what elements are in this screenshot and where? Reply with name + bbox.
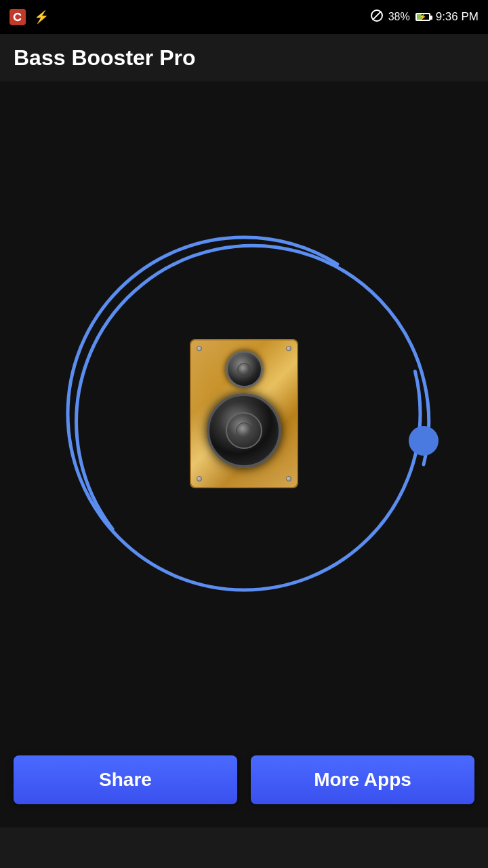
status-right-icons: 38% ⚡ 9:36 PM <box>371 9 479 24</box>
woofer-driver <box>207 393 281 468</box>
app-title: Bass Booster Pro <box>14 45 196 71</box>
battery-percent: 38% <box>388 11 410 23</box>
share-button[interactable]: Share <box>14 755 237 804</box>
status-bar: ⚡ 38% ⚡ 9:36 PM <box>0 0 488 34</box>
battery-icon: ⚡ <box>415 13 430 21</box>
knob-area[interactable] <box>0 81 488 746</box>
circle-container[interactable] <box>41 210 447 617</box>
speaker-graphic <box>190 339 298 488</box>
usb-icon: ⚡ <box>34 9 49 24</box>
bottom-buttons: Share More Apps <box>0 746 488 814</box>
no-disturb-icon <box>371 9 383 24</box>
app-notification-icon <box>9 9 26 25</box>
status-left-icons: ⚡ <box>9 9 49 25</box>
tweeter-driver <box>226 351 263 388</box>
main-content: Share More Apps <box>0 81 488 827</box>
svg-point-1 <box>409 426 439 456</box>
speaker-image <box>183 329 305 498</box>
title-bar: Bass Booster Pro <box>0 34 488 81</box>
clock: 9:36 PM <box>436 10 479 24</box>
more-apps-button[interactable]: More Apps <box>251 755 474 804</box>
